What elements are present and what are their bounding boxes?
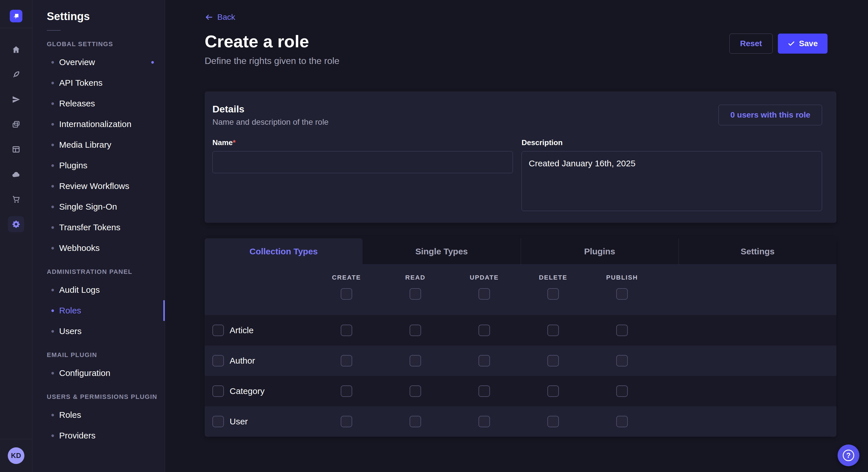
- sidebar-item-media-library[interactable]: Media Library: [32, 134, 165, 155]
- permission-checkbox-update[interactable]: [478, 355, 490, 367]
- select-all-publish-checkbox[interactable]: [616, 288, 628, 300]
- bullet-icon: [51, 309, 54, 312]
- settings-nav-active[interactable]: [8, 216, 24, 232]
- permission-checkbox-read[interactable]: [410, 325, 421, 336]
- name-input[interactable]: [212, 151, 513, 173]
- bullet-icon: [51, 61, 54, 64]
- required-asterisk: *: [233, 138, 236, 147]
- feather-icon[interactable]: [12, 70, 20, 79]
- sidebar-item-label: Single Sign-On: [59, 202, 117, 212]
- reset-button[interactable]: Reset: [730, 34, 772, 54]
- permission-checkbox-update[interactable]: [478, 325, 490, 336]
- details-subtitle: Name and description of the role: [212, 117, 329, 127]
- row-select-checkbox[interactable]: [212, 385, 224, 397]
- save-label: Save: [799, 39, 818, 48]
- select-all-read-checkbox[interactable]: [410, 288, 421, 300]
- sidebar-item-internationalization[interactable]: Internationalization: [32, 114, 165, 134]
- sidebar-item-configuration[interactable]: Configuration: [32, 363, 165, 383]
- section-label-users-permissions-plugin: USERS & PERMISSIONS PLUGIN: [47, 393, 165, 401]
- permission-checkbox-read[interactable]: [410, 416, 421, 427]
- select-all-create-checkbox[interactable]: [341, 288, 352, 300]
- sidebar-item-label: Transfer Tokens: [59, 223, 120, 232]
- cart-icon[interactable]: [12, 195, 20, 204]
- sidebar-item-providers[interactable]: Providers: [32, 425, 165, 446]
- permission-checkbox-update[interactable]: [478, 385, 490, 397]
- sidebar-item-transfer-tokens[interactable]: Transfer Tokens: [32, 217, 165, 238]
- sidebar-item-label: Users: [59, 326, 82, 336]
- home-icon[interactable]: [12, 45, 20, 54]
- sidebar-item-single-sign-on[interactable]: Single Sign-On: [32, 196, 165, 217]
- tab-settings[interactable]: Settings: [679, 238, 836, 265]
- select-all-update-checkbox[interactable]: [478, 288, 490, 300]
- permission-checkbox-create[interactable]: [341, 325, 352, 336]
- bullet-icon: [51, 226, 54, 229]
- strapi-logo-icon: [10, 10, 22, 22]
- row-select-checkbox[interactable]: [212, 416, 224, 427]
- permission-checkbox-publish[interactable]: [616, 355, 628, 367]
- section-label-administration-panel: ADMINISTRATION PANEL: [47, 268, 165, 276]
- back-link[interactable]: Back: [205, 12, 235, 22]
- active-item-indicator: [163, 300, 165, 321]
- row-label: Article: [229, 326, 253, 335]
- paper-plane-icon[interactable]: [12, 95, 20, 104]
- sidebar-item-label: Configuration: [59, 368, 110, 378]
- description-textarea[interactable]: Created January 16th, 2025: [522, 151, 822, 211]
- table-row-category: Category: [205, 376, 836, 406]
- sidebar-item-label: Roles: [59, 410, 81, 420]
- sidebar-item-plugins[interactable]: Plugins: [32, 155, 165, 176]
- permission-checkbox-create[interactable]: [341, 416, 352, 427]
- permission-checkbox-update[interactable]: [478, 416, 490, 427]
- table-row-user: User: [205, 406, 836, 437]
- details-title: Details: [212, 103, 329, 115]
- sidebar-item-users[interactable]: Users: [32, 321, 165, 341]
- users-with-role-button[interactable]: 0 users with this role: [718, 105, 822, 125]
- tab-single-types[interactable]: Single Types: [363, 238, 520, 265]
- avatar[interactable]: KD: [8, 447, 24, 464]
- subnav-title: Settings: [47, 10, 165, 23]
- permission-checkbox-delete[interactable]: [547, 416, 559, 427]
- tab-collection-types[interactable]: Collection Types: [205, 238, 363, 265]
- sidebar-item-releases[interactable]: Releases: [32, 93, 165, 114]
- description-label: Description: [522, 138, 822, 147]
- permission-checkbox-publish[interactable]: [616, 325, 628, 336]
- sidebar-item-label: Releases: [59, 99, 95, 108]
- section-label-email-plugin: EMAIL PLUGIN: [47, 351, 165, 359]
- gear-icon: [12, 220, 20, 229]
- tab-plugins[interactable]: Plugins: [521, 238, 679, 265]
- page-subtitle: Define the rights given to the role: [205, 55, 340, 66]
- row-select-checkbox[interactable]: [212, 355, 224, 367]
- sidebar-item-webhooks[interactable]: Webhooks: [32, 238, 165, 258]
- permission-checkbox-delete[interactable]: [547, 385, 559, 397]
- select-all-delete-checkbox[interactable]: [547, 288, 559, 300]
- permission-checkbox-delete[interactable]: [547, 355, 559, 367]
- permission-checkbox-publish[interactable]: [616, 385, 628, 397]
- sidebar-item-api-tokens[interactable]: API Tokens: [32, 72, 165, 93]
- sidebar-item-roles-active[interactable]: Roles: [32, 300, 165, 321]
- bullet-icon: [51, 289, 54, 291]
- main-content: Back Create a role Define the rights giv…: [165, 0, 868, 472]
- sidebar-item-review-workflows[interactable]: Review Workflows: [32, 176, 165, 196]
- permission-checkbox-read[interactable]: [410, 385, 421, 397]
- permissions-card: Collection Types Single Types Plugins Se…: [205, 238, 836, 437]
- bullet-icon: [51, 372, 54, 374]
- bullet-icon: [51, 206, 54, 208]
- back-label: Back: [217, 12, 235, 22]
- permission-checkbox-delete[interactable]: [547, 325, 559, 336]
- sidebar-item-label: Overview: [59, 57, 95, 67]
- help-button[interactable]: ?: [838, 444, 859, 466]
- permission-checkbox-publish[interactable]: [616, 416, 628, 427]
- permission-checkbox-read[interactable]: [410, 355, 421, 367]
- row-select-checkbox[interactable]: [212, 325, 224, 336]
- permission-checkbox-create[interactable]: [341, 385, 352, 397]
- save-button[interactable]: Save: [778, 34, 828, 54]
- sidebar-item-up-roles[interactable]: Roles: [32, 405, 165, 425]
- permission-checkbox-create[interactable]: [341, 355, 352, 367]
- images-icon[interactable]: [12, 120, 20, 129]
- cloud-icon[interactable]: [12, 170, 20, 179]
- sidebar-item-audit-logs[interactable]: Audit Logs: [32, 279, 165, 300]
- row-label: User: [229, 417, 248, 427]
- sidebar-item-overview[interactable]: Overview: [32, 52, 165, 72]
- subnav-divider: [47, 30, 61, 31]
- table-row-author: Author: [205, 345, 836, 376]
- layout-icon[interactable]: [12, 145, 20, 154]
